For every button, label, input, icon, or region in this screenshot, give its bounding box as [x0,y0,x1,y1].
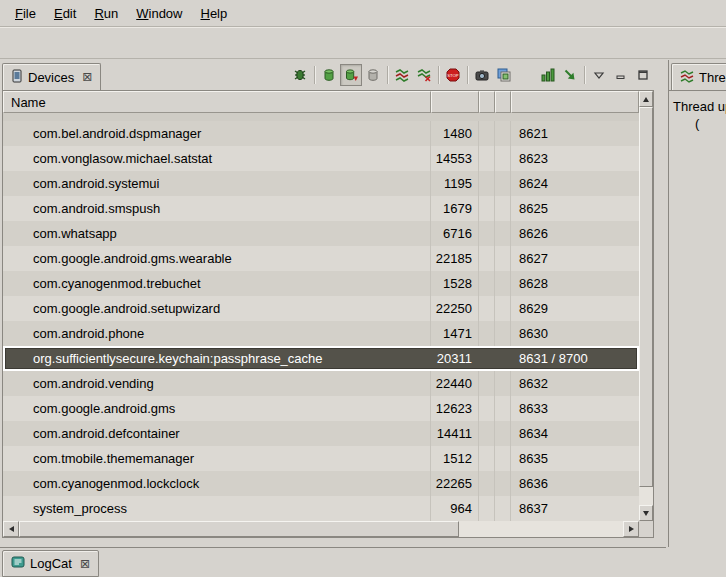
dump-hprof-icon[interactable] [340,64,362,86]
process-name: system_process [3,496,431,521]
process-status-cell [479,496,495,521]
process-row[interactable]: com.google.android.setupwizard 22250 862… [3,296,639,321]
process-pid: 1471 [431,321,479,346]
cause-gc-icon[interactable] [362,64,384,86]
process-heap-cell [495,421,511,446]
process-row[interactable]: com.cyanogenmod.trebuchet 1528 8628 [3,271,639,296]
process-pid: 1480 [431,121,479,146]
scroll-down-button[interactable] [639,505,653,521]
process-status-cell [479,121,495,146]
debug-process-icon[interactable] [289,64,311,86]
partial-device-row[interactable] [3,113,639,121]
process-heap-cell [495,296,511,321]
process-pid: 22440 [431,371,479,396]
process-name: org.sufficientlysecure.keychain:passphra… [3,346,431,371]
svg-text:STOP: STOP [447,73,459,78]
tab-devices-close-icon[interactable]: ⊠ [82,70,92,84]
vertical-scrollbar[interactable] [639,91,653,521]
process-row[interactable]: com.tmobile.thememanager 1512 8635 [3,446,639,471]
process-name: com.google.android.gms [3,396,431,421]
process-name: com.android.smspush [3,196,431,221]
capture-systrace-icon[interactable] [537,64,559,86]
vertical-scroll-thumb[interactable] [639,107,653,487]
tab-logcat[interactable]: LogCat ⊠ [2,550,99,577]
tab-threads-label: Threads [699,70,726,85]
process-pid: 1679 [431,196,479,221]
menu-item[interactable]: Edit [45,2,85,25]
start-method-profiling-icon[interactable] [413,64,435,86]
devices-table: Name com.bel.android.dspmanager 1480 862… [2,90,654,538]
process-port: 8621 [511,121,639,146]
process-pid: 14411 [431,421,479,446]
process-name: com.android.vending [3,371,431,396]
process-row[interactable]: com.android.phone 1471 8630 [3,321,639,346]
update-threads-icon[interactable] [391,64,413,86]
process-row[interactable]: com.cyanogenmod.lockclock 22265 8636 [3,471,639,496]
process-status-cell [479,196,495,221]
tab-threads[interactable]: Threads [671,63,726,90]
process-row[interactable]: com.google.android.gms 12623 8633 [3,396,639,421]
update-heap-icon[interactable] [318,64,340,86]
main-area: Devices ⊠ [0,60,726,547]
scroll-left-button[interactable] [3,521,19,537]
column-header-blank1[interactable] [479,91,495,113]
horizontal-scroll-thumb[interactable] [19,521,459,537]
process-status-cell [479,446,495,471]
process-row[interactable]: com.whatsapp 6716 8626 [3,221,639,246]
start-opengl-trace-icon[interactable] [559,64,581,86]
column-header-blank2[interactable] [495,91,511,113]
process-pid: 20311 [431,346,479,371]
process-pid: 22250 [431,296,479,321]
devices-tabbar: Devices ⊠ [0,60,662,90]
process-port: 8623 [511,146,639,171]
view-menu-icon[interactable] [588,64,610,86]
menu-item[interactable]: Help [191,2,236,25]
process-row[interactable]: com.google.android.gms.wearable 22185 86… [3,246,639,271]
process-status-cell [479,171,495,196]
process-heap-cell [495,321,511,346]
process-name: com.android.systemui [3,171,431,196]
tab-logcat-close-icon[interactable]: ⊠ [80,557,90,571]
tab-devices[interactable]: Devices ⊠ [2,63,101,90]
process-pid: 22265 [431,471,479,496]
process-heap-cell [495,471,511,496]
stop-process-icon[interactable]: STOP [442,64,464,86]
scroll-right-button[interactable] [623,521,639,537]
process-row[interactable]: org.sufficientlysecure.keychain:passphra… [3,346,639,371]
process-pid: 1195 [431,171,479,196]
process-heap-cell [495,371,511,396]
process-pid: 6716 [431,221,479,246]
dump-view-hierarchy-icon[interactable] [493,64,515,86]
process-row[interactable]: system_process 964 8637 [3,496,639,521]
arrow-down-icon [643,511,649,516]
process-name: com.android.defcontainer [3,421,431,446]
column-header-name[interactable]: Name [3,91,431,113]
minimize-icon[interactable] [610,64,632,86]
process-name: com.bel.android.dspmanager [3,121,431,146]
process-row[interactable]: com.android.defcontainer 14411 8634 [3,421,639,446]
scroll-up-button[interactable] [639,91,653,107]
process-port: 8637 [511,496,639,521]
menu-item[interactable]: File [6,2,45,25]
process-row[interactable]: com.android.systemui 1195 8624 [3,171,639,196]
menu-item[interactable]: Run [85,2,127,25]
horizontal-scrollbar[interactable] [3,521,639,537]
process-heap-cell [495,121,511,146]
process-row[interactable]: com.android.vending 22440 8632 [3,371,639,396]
column-header-pid[interactable] [431,91,479,113]
menu-item[interactable]: Window [127,2,191,25]
process-row[interactable]: com.android.smspush 1679 8625 [3,196,639,221]
maximize-icon[interactable] [632,64,654,86]
process-heap-cell [495,446,511,471]
screen-capture-icon[interactable] [471,64,493,86]
table-header: Name [3,91,653,113]
process-port: 8625 [511,196,639,221]
threads-message-line2: ( [695,115,726,132]
process-heap-cell [495,196,511,221]
process-row[interactable]: com.vonglasow.michael.satstat 14553 8623 [3,146,639,171]
column-header-port[interactable] [511,91,639,113]
process-row[interactable]: com.bel.android.dspmanager 1480 8621 [3,121,639,146]
toolbar-separator [387,66,388,84]
devices-panel: Devices ⊠ [0,60,662,547]
threads-message-line1: Thread up [673,98,726,115]
